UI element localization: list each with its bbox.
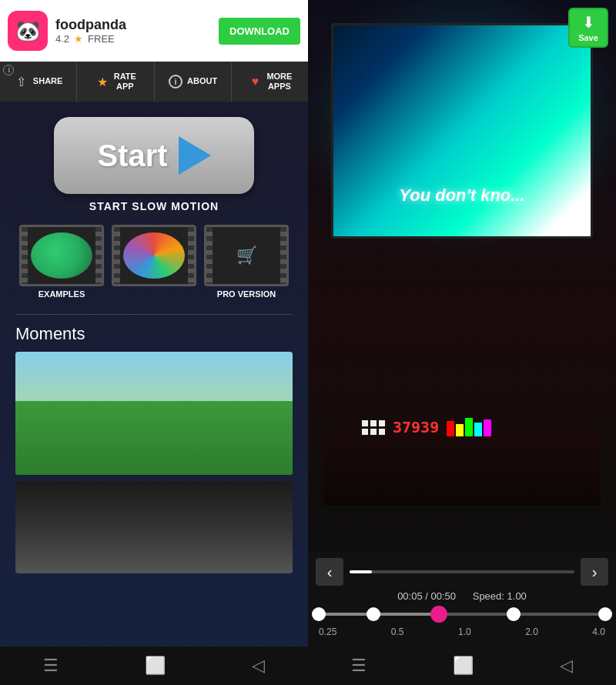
speed-thumb-10[interactable] xyxy=(430,606,447,623)
next-arrow[interactable]: › xyxy=(581,558,608,586)
speed-thumb-40[interactable] xyxy=(598,607,612,621)
home-nav-icon[interactable]: ⬜ xyxy=(145,656,166,676)
speed-label-40: 4.0 xyxy=(592,627,605,637)
number-display: 37939 xyxy=(393,418,439,436)
device-display: 37939 xyxy=(362,418,491,436)
ad-price: FREE xyxy=(88,33,115,45)
right-panel: ⬇ Save You don't kno... xyxy=(308,0,616,685)
main-content: Start START SLOW MOTION EXAMPLES 🛒 xyxy=(0,102,308,647)
examples-label: EXAMPLES xyxy=(38,289,85,299)
pro-thumb[interactable]: 🛒 PRO VERSION xyxy=(204,225,289,299)
prev-arrow[interactable]: ‹ xyxy=(316,558,343,586)
save-download-icon: ⬇ xyxy=(582,13,595,32)
bar2 xyxy=(456,424,464,436)
dot xyxy=(379,420,385,426)
timeline-progress xyxy=(350,570,372,573)
right-back-icon[interactable]: ◁ xyxy=(560,656,573,676)
moments-title: Moments xyxy=(15,324,85,344)
dot xyxy=(379,429,385,435)
right-menu-icon[interactable]: ☰ xyxy=(351,656,367,676)
tv-text: You don't kno... xyxy=(333,185,591,206)
save-btn-container: ⬇ Save xyxy=(568,8,608,48)
earth-image xyxy=(31,232,92,279)
back-nav-icon[interactable]: ◁ xyxy=(252,656,265,676)
bar1 xyxy=(447,421,454,436)
share-icon: ⇧ xyxy=(14,74,29,89)
grid-dots xyxy=(362,420,385,435)
speed-track xyxy=(319,613,605,616)
save-button[interactable]: ⬇ Save xyxy=(568,8,608,48)
video-area: You don't kno... 37939 xyxy=(308,0,616,552)
speed-label-025: 0.25 xyxy=(319,627,336,637)
video-controls: ‹ › 00:05 / 00:50 Speed: 1.00 xyxy=(308,552,616,647)
tv-stand xyxy=(447,236,477,239)
speed-thumb-025[interactable] xyxy=(312,607,326,621)
rate-action[interactable]: ★ RATEAPP xyxy=(77,62,154,102)
moment-thumb-dog[interactable] xyxy=(15,352,293,475)
right-bottom-nav: ☰ ⬜ ◁ xyxy=(308,647,616,685)
save-label: Save xyxy=(578,33,598,42)
speed-thumb-05[interactable] xyxy=(367,607,380,621)
timeline[interactable] xyxy=(350,570,574,573)
share-label: SHARE xyxy=(33,76,63,86)
ad-banner: 🐼 foodpanda 4.2 ★ FREE DOWNLOAD xyxy=(0,0,308,62)
furniture: 37939 xyxy=(323,429,601,506)
right-home-icon[interactable]: ⬜ xyxy=(453,656,474,676)
grass-background xyxy=(15,401,293,475)
thumbnails-row: EXAMPLES 🛒 PRO VERSION xyxy=(19,225,289,299)
play-icon xyxy=(179,136,211,175)
pro-frame: 🛒 xyxy=(204,225,289,286)
speed-slider[interactable]: 0.25 0.5 1.0 2.0 4.0 xyxy=(316,613,608,643)
menu-nav-icon[interactable]: ☰ xyxy=(43,656,59,676)
filters-thumb[interactable] xyxy=(112,225,196,299)
start-button[interactable]: Start xyxy=(54,117,254,194)
speed-labels: 0.25 0.5 1.0 2.0 4.0 xyxy=(319,627,605,637)
dot xyxy=(370,420,377,426)
speed-label-20: 2.0 xyxy=(525,627,538,637)
time-speed-display: 00:05 / 00:50 Speed: 1.00 xyxy=(316,590,608,602)
star-icon: ★ xyxy=(95,74,110,89)
start-text: Start xyxy=(97,139,167,173)
time-display: 00:05 / 00:50 xyxy=(397,590,456,602)
cart-icon: 🛒 xyxy=(236,246,257,266)
more-label: MOREAPPS xyxy=(266,72,292,92)
moment-thumb-feet[interactable] xyxy=(15,481,293,573)
tv-room-scene: You don't kno... 37939 xyxy=(308,0,616,552)
download-button[interactable]: DOWNLOAD xyxy=(219,18,300,45)
pro-label: PRO VERSION xyxy=(217,289,276,299)
bar5 xyxy=(484,419,491,436)
info-icon[interactable]: ℹ xyxy=(3,65,14,75)
more-apps-action[interactable]: ♥ MOREAPPS xyxy=(232,62,308,102)
speed-label-05: 0.5 xyxy=(391,627,404,637)
dot xyxy=(370,429,377,435)
feet-scene xyxy=(15,481,293,573)
ad-info: foodpanda 4.2 ★ FREE xyxy=(55,17,211,45)
dog-scene xyxy=(15,352,293,475)
examples-thumb[interactable]: EXAMPLES xyxy=(19,225,104,299)
tv-screen: You don't kno... xyxy=(331,23,593,239)
bar3 xyxy=(465,418,473,436)
left-bottom-nav: ☰ ⬜ ◁ xyxy=(0,647,308,685)
filters-image xyxy=(123,232,185,279)
ad-app-name: foodpanda xyxy=(55,17,211,33)
examples-frame xyxy=(19,225,104,286)
start-sublabel: START SLOW MOTION xyxy=(89,200,219,212)
dot xyxy=(362,429,368,435)
left-panel: 🐼 foodpanda 4.2 ★ FREE DOWNLOAD ℹ ⇧ SHAR… xyxy=(0,0,308,685)
action-bar: ⇧ SHARE ★ RATEAPP i ABOUT ♥ MOREAPPS xyxy=(0,62,308,102)
bar4 xyxy=(474,423,482,436)
ad-meta: 4.2 ★ FREE xyxy=(55,33,211,45)
dot xyxy=(362,420,368,426)
filters-frame xyxy=(112,225,196,286)
rating-star-icon: ★ xyxy=(74,33,83,45)
about-action[interactable]: i ABOUT xyxy=(155,62,232,102)
speed-display: Speed: 1.00 xyxy=(473,590,527,602)
app-icon: 🐼 xyxy=(8,11,48,51)
about-icon: i xyxy=(168,74,183,89)
ad-rating: 4.2 xyxy=(55,33,69,45)
rate-label: RATEAPP xyxy=(114,72,136,92)
controls-row: ‹ › xyxy=(316,558,608,586)
pro-image: 🛒 xyxy=(236,246,257,266)
speed-thumb-20[interactable] xyxy=(507,607,521,621)
heart-icon: ♥ xyxy=(247,74,263,89)
